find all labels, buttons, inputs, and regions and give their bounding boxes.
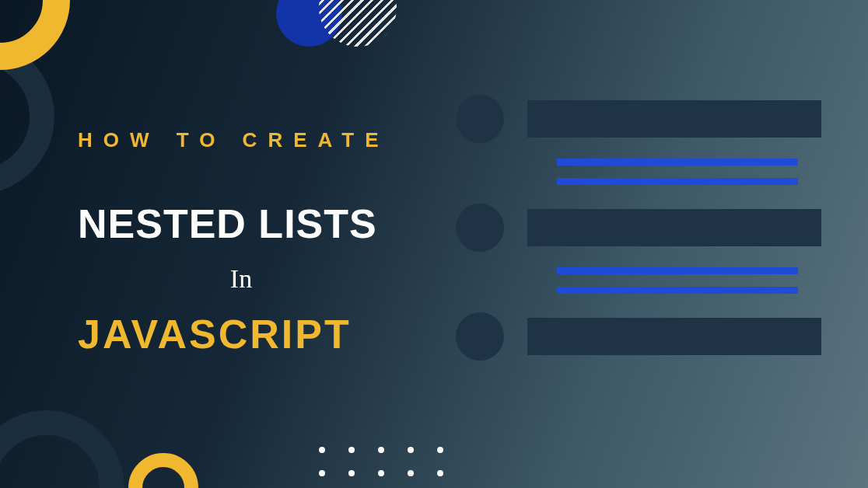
list-item-bar xyxy=(527,209,821,246)
heading-line-4: JAVASCRIPT xyxy=(78,311,420,357)
dot-icon xyxy=(408,470,414,476)
nested-sublist xyxy=(557,267,821,294)
decorative-ring-small xyxy=(128,453,198,488)
dot-icon xyxy=(348,470,355,476)
subline xyxy=(557,159,798,166)
nested-list-illustration xyxy=(456,95,821,376)
list-item xyxy=(456,204,821,252)
dot-icon xyxy=(348,447,355,453)
heading-line-2: NESTED LISTS xyxy=(78,200,420,247)
list-item xyxy=(456,95,821,143)
subline xyxy=(557,267,798,274)
dot-icon xyxy=(408,447,414,453)
decorative-ring-bottom xyxy=(0,410,124,488)
list-item-bar xyxy=(527,318,821,355)
list-item xyxy=(456,312,821,361)
bullet-icon xyxy=(456,95,504,143)
dot-icon xyxy=(437,470,443,476)
bullet-icon xyxy=(456,204,504,252)
heading-line-3: In xyxy=(78,264,404,294)
subline xyxy=(557,178,798,185)
decorative-dots-grid xyxy=(319,447,443,476)
bullet-icon xyxy=(456,312,504,361)
nested-sublist xyxy=(557,159,821,185)
decorative-ring-yellow xyxy=(0,0,70,70)
dot-icon xyxy=(378,447,384,453)
dot-icon xyxy=(437,447,443,453)
dot-icon xyxy=(319,470,325,476)
list-item-bar xyxy=(527,100,821,138)
dot-icon xyxy=(378,470,384,476)
subline xyxy=(557,287,798,294)
decorative-striped-circle xyxy=(319,0,397,47)
dot-icon xyxy=(319,447,325,453)
heading-line-1: HOW TO CREATE xyxy=(78,128,420,152)
